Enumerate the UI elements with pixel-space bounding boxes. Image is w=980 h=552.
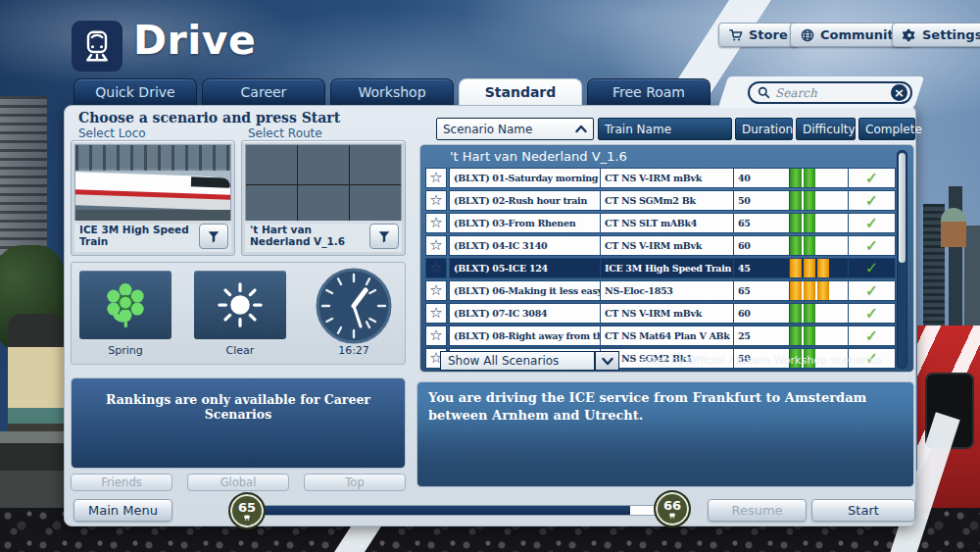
train-name: CT NS SLT mABk4 bbox=[605, 218, 697, 228]
favorite-star-icon[interactable]: ☆ bbox=[425, 168, 447, 188]
season-label: Spring bbox=[79, 344, 172, 357]
complete-check-icon: ✓ bbox=[865, 236, 878, 255]
tab-workshop[interactable]: Workshop bbox=[330, 78, 454, 105]
column-header-complete[interactable]: Complete bbox=[858, 118, 915, 140]
table-row[interactable]: ☆ (BLXT) 04-IC 3140 CT NS V-IRM mBvk 60 … bbox=[425, 235, 896, 256]
column-header-difficulty[interactable]: Difficulty bbox=[796, 118, 856, 140]
table-row[interactable]: ☆ (BLXT) 02-Rush hour train CT NS SGMm2 … bbox=[425, 190, 896, 211]
favorite-star-icon[interactable]: ☆ bbox=[425, 190, 447, 211]
duration-value: 40 bbox=[738, 173, 751, 183]
level-next: 66 bbox=[663, 499, 681, 512]
background-train-left bbox=[8, 314, 65, 441]
search-input[interactable] bbox=[775, 86, 891, 100]
duration-value: 60 bbox=[738, 308, 751, 319]
difficulty-bars bbox=[790, 235, 849, 256]
table-row-selected[interactable]: ☆ (BLXT) 05-ICE 124 ICE 3M High Speed Tr… bbox=[425, 258, 896, 278]
close-icon[interactable]: × bbox=[891, 84, 907, 101]
weather-tile[interactable] bbox=[194, 271, 286, 339]
route-group-header: 't Hart van Nederland V_1.6 bbox=[450, 149, 627, 164]
duration-value: 65 bbox=[738, 218, 751, 228]
table-row[interactable]: ☆ (BLXT) 07-IC 3084 CT NS V-IRM mBvk 60 … bbox=[425, 303, 896, 324]
favorite-star-icon[interactable]: ☆ bbox=[425, 326, 447, 346]
store-button[interactable]: Store bbox=[718, 23, 799, 47]
scrollbar-thumb[interactable] bbox=[899, 153, 906, 263]
complete-check-icon: ✓ bbox=[865, 214, 878, 232]
complete-check-icon: ✓ bbox=[865, 304, 878, 323]
cart-icon bbox=[729, 28, 743, 42]
difficulty-bars bbox=[790, 213, 849, 233]
start-button[interactable]: Start bbox=[811, 499, 915, 522]
globe-icon bbox=[801, 28, 814, 42]
loco-card[interactable]: ICE 3M High Speed Train bbox=[71, 140, 235, 256]
time-label: 16:27 bbox=[315, 344, 393, 357]
scenario-name: (BLXT) 04-IC 3140 bbox=[454, 240, 547, 251]
column-header-scenario-name[interactable]: Scenario Name bbox=[436, 118, 594, 140]
tab-free-roam[interactable]: Free Roam bbox=[587, 78, 710, 105]
driver-level-badge-current: 65 bbox=[228, 492, 266, 529]
season-tile[interactable] bbox=[79, 271, 172, 339]
scenario-description-panel: You are driving the ICE service from Fra… bbox=[416, 381, 914, 487]
table-row[interactable]: ☆ (BLXT) 01-Saturday morning trip CT NS … bbox=[425, 168, 896, 188]
instruction-text: Choose a scenario and press Start bbox=[78, 110, 340, 125]
duration-value: 65 bbox=[738, 285, 751, 296]
scenario-name: (BLXT) 05-ICE 124 bbox=[454, 263, 548, 274]
scenario-name: (BLXT) 01-Saturday morning trip bbox=[454, 173, 601, 183]
global-button[interactable]: Global bbox=[187, 474, 289, 491]
filter-hint-text: Filter by Official / Steam Workshop scen… bbox=[641, 354, 882, 367]
weather-label: Clear bbox=[194, 344, 286, 357]
top-button[interactable]: Top bbox=[304, 474, 406, 491]
duration-value: 45 bbox=[738, 263, 751, 274]
filter-funnel-icon bbox=[207, 230, 220, 243]
complete-check-icon: ✓ bbox=[865, 281, 878, 300]
column-header-train-name[interactable]: Train Name bbox=[598, 118, 732, 140]
route-name: 't Hart van Nederland V_1.6 bbox=[250, 225, 366, 247]
favorite-star-icon[interactable]: ☆ bbox=[425, 280, 447, 301]
select-route-label: Select Route bbox=[248, 126, 322, 140]
chevron-down-icon bbox=[602, 357, 613, 366]
main-menu-button[interactable]: Main Menu bbox=[74, 499, 172, 522]
scenario-name: (BLXT) 06-Making it less easy bbox=[454, 285, 601, 296]
time-clock[interactable] bbox=[315, 267, 393, 345]
settings-button[interactable]: Settings bbox=[892, 23, 980, 47]
resume-button[interactable]: Resume bbox=[708, 499, 807, 522]
loco-filter-button[interactable] bbox=[199, 224, 228, 249]
train-name: CT NS V-IRM mBvk bbox=[605, 308, 702, 319]
scenario-name: (BLXT) 03-From Rhenen bbox=[454, 218, 575, 228]
store-label: Store bbox=[749, 27, 788, 42]
rankings-message: Rankings are only available for Career S… bbox=[97, 392, 379, 422]
duration-value: 50 bbox=[738, 195, 751, 206]
level-current: 65 bbox=[238, 501, 256, 514]
friends-button[interactable]: Friends bbox=[71, 474, 172, 491]
tab-standard[interactable]: Standard bbox=[459, 78, 582, 105]
route-image bbox=[245, 144, 402, 225]
show-scenarios-dropdown[interactable]: Show All Scenarios bbox=[440, 351, 595, 371]
table-row[interactable]: ☆ (BLXT) 03-From Rhenen CT NS SLT mABk4 … bbox=[425, 213, 896, 233]
favorite-star-icon[interactable]: ☆ bbox=[425, 235, 447, 256]
route-card[interactable]: 't Hart van Nederland V_1.6 bbox=[241, 140, 406, 256]
train-name: ICE 3M High Speed Train bbox=[605, 263, 731, 274]
table-row[interactable]: ☆ (BLXT) 06-Making it less easy NS-Eloc-… bbox=[425, 280, 896, 301]
search-icon bbox=[758, 86, 770, 99]
favorite-star-icon[interactable]: ☆ bbox=[425, 258, 447, 278]
complete-check-icon: ✓ bbox=[865, 259, 878, 277]
route-filter-button[interactable] bbox=[369, 224, 399, 249]
page-title: Drive bbox=[133, 17, 256, 64]
scenario-table: 't Hart van Nederland V_1.6 ☆ (BLXT) 01-… bbox=[419, 144, 914, 373]
dropdown-chevron-button[interactable] bbox=[595, 351, 619, 371]
column-header-duration[interactable]: Duration bbox=[735, 118, 793, 140]
conditions-panel: Spring Clear 16:27 bbox=[71, 262, 406, 365]
table-row[interactable]: ☆ (BLXT) 08-Right away from the museum !… bbox=[425, 326, 896, 346]
tab-quick-drive[interactable]: Quick Drive bbox=[74, 78, 197, 105]
clear-sun-icon bbox=[215, 279, 266, 330]
favorite-star-icon[interactable]: ☆ bbox=[425, 303, 447, 324]
search-bar: × bbox=[748, 81, 912, 104]
scenario-rows: ☆ (BLXT) 01-Saturday morning trip CT NS … bbox=[425, 168, 896, 369]
background-dome bbox=[941, 208, 966, 247]
scenario-name: (BLXT) 07-IC 3084 bbox=[454, 308, 547, 319]
tab-career[interactable]: Career bbox=[202, 78, 325, 105]
background-platform bbox=[0, 431, 69, 520]
favorite-star-icon[interactable]: ☆ bbox=[425, 213, 447, 233]
scenario-name: (BLXT) 08-Right away from the museum ! bbox=[454, 330, 601, 341]
difficulty-bars bbox=[790, 258, 849, 278]
table-scrollbar[interactable] bbox=[897, 150, 907, 369]
